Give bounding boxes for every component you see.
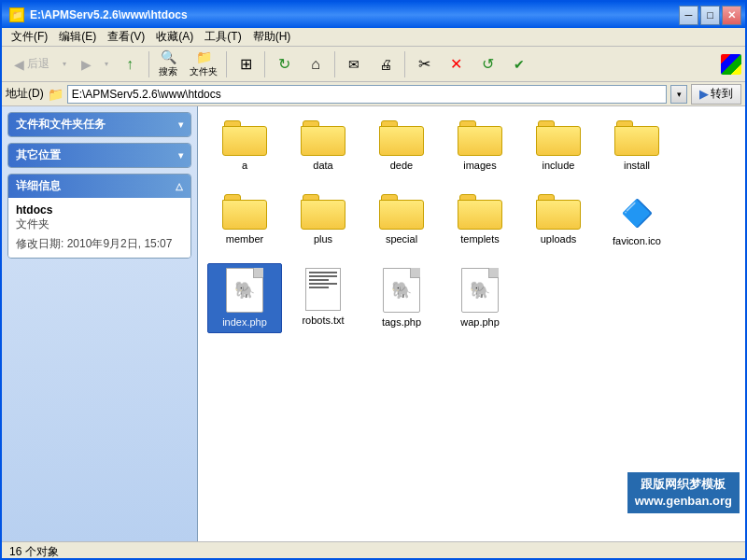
address-input[interactable] — [67, 85, 667, 104]
folder-icon — [379, 120, 424, 156]
other-section: 其它位置 ▾ — [7, 143, 191, 168]
go-label: 转到 — [711, 86, 733, 102]
folder-label: 文件夹 — [190, 65, 218, 78]
folder-icon — [458, 120, 502, 156]
file-item[interactable]: robots.txt — [286, 263, 360, 333]
details-date-value: 2010年9月2日, 15:07 — [67, 237, 173, 250]
home-button[interactable] — [301, 49, 331, 79]
ico-file-icon: 🔷 — [618, 194, 655, 231]
file-item[interactable]: a — [207, 116, 282, 186]
toolbar: 后退 ▾ ▾ 搜索 文件夹 — [2, 47, 745, 82]
file-item[interactable]: uploads — [521, 189, 596, 259]
tasks-section: 文件和文件夹任务 ▾ — [7, 112, 191, 137]
delete-button[interactable] — [441, 49, 471, 79]
file-label: special — [386, 233, 417, 245]
menu-tools[interactable]: 工具(T) — [199, 28, 247, 46]
window-title: E:\APMServ5.2.6\www\htdocs — [30, 8, 188, 21]
folder-icon — [301, 194, 345, 230]
file-item[interactable]: special — [364, 189, 439, 259]
folder-icon — [536, 120, 581, 156]
file-item[interactable]: 🐘tags.php — [364, 263, 439, 333]
file-item[interactable]: images — [443, 116, 517, 186]
file-item[interactable]: 🐘wap.php — [443, 263, 517, 333]
other-header[interactable]: 其它位置 ▾ — [8, 144, 190, 167]
file-item[interactable]: member — [207, 189, 282, 259]
forward-button[interactable] — [73, 49, 100, 79]
menu-favorites[interactable]: 收藏(A) — [150, 28, 199, 46]
details-header[interactable]: 详细信息 △ — [8, 175, 190, 198]
delete-icon — [450, 57, 462, 72]
menu-help[interactable]: 帮助(H) — [247, 28, 297, 46]
file-item[interactable]: 🔷favicon.ico — [599, 189, 674, 259]
other-collapse-icon: ▾ — [178, 150, 183, 161]
file-label: install — [624, 160, 650, 172]
file-label: data — [313, 160, 332, 172]
tasks-title: 文件和文件夹任务 — [16, 117, 106, 133]
folder-icon — [536, 194, 581, 230]
maximize-button[interactable]: □ — [700, 6, 720, 25]
file-label: index.php — [222, 316, 267, 329]
windows-flag-icon — [721, 54, 741, 75]
other-title: 其它位置 — [16, 147, 61, 163]
tasks-header[interactable]: 文件和文件夹任务 ▾ — [8, 113, 190, 136]
file-label: member — [226, 233, 263, 245]
view-icon — [240, 57, 252, 72]
file-label: plus — [314, 233, 332, 245]
search-button[interactable]: 搜索 — [153, 49, 183, 79]
email-button[interactable] — [339, 49, 369, 79]
refresh-button[interactable] — [269, 49, 299, 79]
title-bar: 📁 E:\APMServ5.2.6\www\htdocs ─ □ ✕ — [2, 2, 745, 28]
folder-icon — [379, 194, 424, 230]
file-label: include — [543, 160, 575, 172]
file-item[interactable]: install — [599, 116, 674, 186]
back-button[interactable]: 后退 — [6, 49, 58, 79]
file-item[interactable]: 🐘index.php — [207, 263, 282, 333]
address-folder-icon: 📁 — [48, 87, 63, 102]
details-name: htdocs — [16, 203, 183, 217]
left-panel: 文件和文件夹任务 ▾ 其它位置 ▾ 详细信息 △ htdocs 文件夹 修改日期… — [2, 106, 198, 541]
watermark-line2: www.genban.org — [635, 493, 732, 510]
txt-file-icon — [305, 268, 341, 311]
back-dropdown[interactable]: ▾ — [58, 49, 71, 79]
tasks-collapse-icon: ▾ — [178, 119, 183, 130]
go-arrow-icon: ▶ — [699, 88, 708, 101]
folder-button[interactable]: 文件夹 — [185, 49, 222, 79]
sep4 — [334, 51, 335, 77]
file-label: robots.txt — [302, 315, 344, 327]
file-item[interactable]: data — [286, 116, 360, 186]
menu-edit[interactable]: 编辑(E) — [53, 28, 102, 46]
up-button[interactable] — [115, 49, 145, 79]
menu-view[interactable]: 查看(V) — [102, 28, 150, 46]
cut-icon — [418, 57, 430, 72]
view-button[interactable] — [231, 49, 261, 79]
details-body: htdocs 文件夹 修改日期: 2010年9月2日, 15:07 — [8, 198, 190, 258]
undo-button[interactable] — [472, 49, 502, 79]
forward-dropdown[interactable]: ▾ — [100, 49, 113, 79]
cut-button[interactable] — [409, 49, 439, 79]
folder-icon — [196, 49, 212, 64]
sep1 — [148, 51, 149, 77]
file-label: images — [463, 160, 496, 172]
forward-icon — [81, 57, 92, 72]
search-label: 搜索 — [159, 65, 177, 78]
file-item[interactable]: include — [521, 116, 596, 186]
php-file-icon: 🐘 — [461, 268, 499, 313]
go-button[interactable]: ▶ 转到 — [691, 84, 741, 105]
file-item[interactable]: plus — [286, 189, 360, 259]
back-icon — [14, 57, 24, 72]
nav-group: 后退 ▾ — [6, 49, 71, 79]
minimize-button[interactable]: ─ — [679, 6, 698, 25]
file-item[interactable]: dede — [364, 116, 439, 186]
ok-button[interactable] — [504, 49, 534, 79]
close-button[interactable]: ✕ — [722, 6, 741, 25]
back-label: 后退 — [27, 56, 49, 72]
menu-file[interactable]: 文件(F) — [6, 28, 53, 46]
search-icon — [161, 49, 176, 64]
address-dropdown[interactable]: ▾ — [670, 85, 687, 104]
file-item[interactable]: templets — [443, 189, 517, 259]
details-type: 文件夹 — [16, 217, 183, 232]
print-button[interactable] — [371, 49, 401, 79]
file-label: dede — [390, 160, 413, 172]
email-icon — [348, 57, 359, 72]
sep5 — [404, 51, 405, 77]
